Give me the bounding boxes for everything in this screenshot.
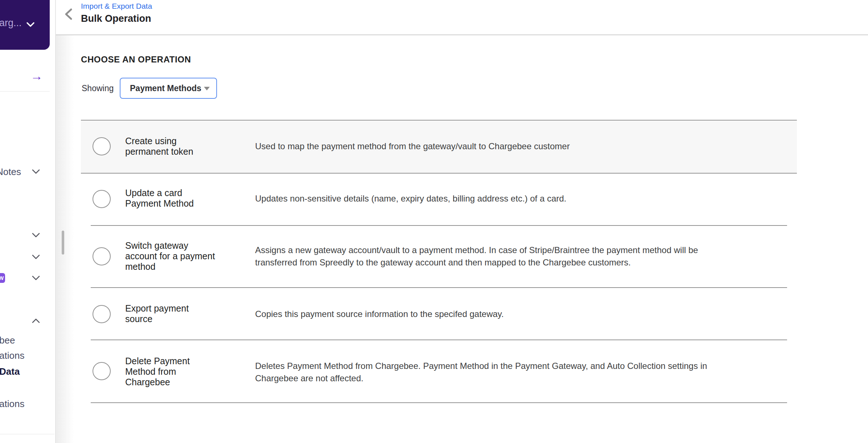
list-divider xyxy=(81,173,797,174)
operation-title[interactable]: Create using permanent token xyxy=(125,136,227,157)
chevron-down-icon[interactable] xyxy=(32,233,40,238)
list-divider xyxy=(91,340,787,340)
operation-description: Assigns a new gateway account/vault to a… xyxy=(255,244,792,269)
chevron-down-icon xyxy=(26,22,35,28)
breadcrumb[interactable]: Import & Export Data xyxy=(81,2,152,11)
chevron-down-icon xyxy=(204,87,210,90)
radio-button[interactable] xyxy=(93,305,111,323)
sidebar-scrollbar-thumb[interactable] xyxy=(62,231,64,255)
operation-description: Used to map the payment method from the … xyxy=(255,140,792,153)
sidebar-item-notes[interactable]: Notes xyxy=(0,166,21,178)
sidebar-item-truncated-bee[interactable]: bee xyxy=(0,335,15,346)
list-divider xyxy=(91,225,787,226)
entity-type-dropdown[interactable]: Payment Methods xyxy=(120,78,217,99)
sidebar-divider xyxy=(0,91,50,92)
sidebar-item-truncated-ations-2[interactable]: ations xyxy=(0,398,24,410)
dropdown-selected-value: Payment Methods xyxy=(130,84,201,93)
list-divider xyxy=(91,287,787,288)
list-divider xyxy=(91,402,787,403)
chevron-down-icon[interactable] xyxy=(32,276,40,281)
radio-button[interactable] xyxy=(93,137,111,155)
site-switcher[interactable]: arg... xyxy=(0,0,50,50)
showing-label: Showing xyxy=(82,84,114,93)
sidebar-divider xyxy=(0,434,54,434)
chevron-down-icon[interactable] xyxy=(32,255,40,260)
section-heading: CHOOSE AN OPERATION xyxy=(81,54,191,65)
chevron-up-icon[interactable] xyxy=(32,318,40,323)
operation-description: Copies this payment source information t… xyxy=(255,308,792,320)
sidebar-expand-arrow-icon[interactable]: → xyxy=(30,69,43,83)
radio-button[interactable] xyxy=(93,362,111,380)
app-window: Import & Export Data Bulk Operation CHOO… xyxy=(0,0,868,443)
site-name-truncated: arg... xyxy=(0,17,22,29)
operation-title[interactable]: Export payment source xyxy=(125,303,227,324)
operation-description: Updates non-sensitive details (name, exp… xyxy=(255,192,792,205)
operation-description: Deletes Payment Method from Chargebee. P… xyxy=(255,360,792,385)
header-divider xyxy=(55,34,868,35)
sidebar: arg... → Notes w bee ations Data ations xyxy=(0,0,56,443)
operation-title[interactable]: Update a card Payment Method xyxy=(125,188,227,209)
operation-title[interactable]: Switch gateway account for a payment met… xyxy=(125,240,227,272)
sidebar-item-import-export-data-active[interactable]: Data xyxy=(0,366,20,377)
new-badge: w xyxy=(0,273,5,283)
sidebar-item-truncated-ations[interactable]: ations xyxy=(0,350,24,361)
list-divider xyxy=(81,120,797,121)
chevron-left-icon xyxy=(62,7,75,22)
radio-button[interactable] xyxy=(93,247,111,265)
operation-title[interactable]: Delete Payment Method from Chargebee xyxy=(125,356,227,387)
sidebar-shadow xyxy=(55,35,74,443)
radio-button[interactable] xyxy=(93,190,111,208)
page-title: Bulk Operation xyxy=(81,13,151,24)
back-button[interactable] xyxy=(62,7,75,22)
chevron-down-icon[interactable] xyxy=(32,169,40,174)
